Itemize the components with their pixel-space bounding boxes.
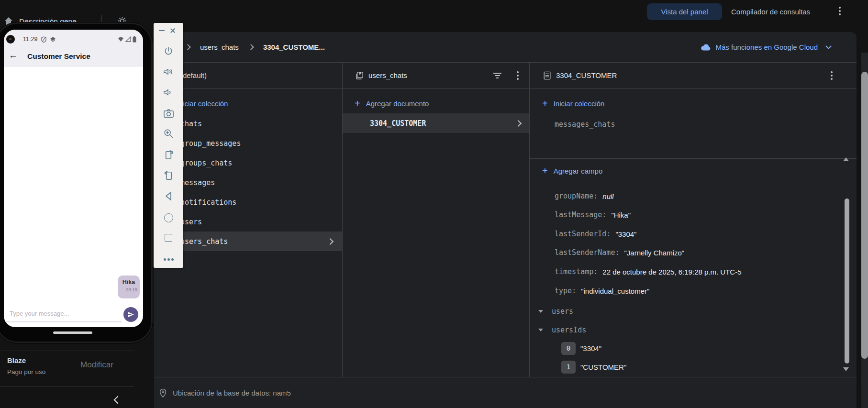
google-cloud-link[interactable]: Más funciones en Google Cloud	[701, 32, 831, 62]
status-layers-icon	[50, 36, 56, 43]
field-row-lastMessage[interactable]: lastMessage: "Hika"	[530, 207, 857, 222]
status-wifi-icon	[118, 36, 124, 42]
expand-arrow-icon[interactable]	[538, 310, 543, 313]
field-row-lastSenderId[interactable]: lastSenderId: "3304"	[530, 226, 857, 242]
chat-app-title: Customer Service	[27, 52, 90, 61]
back-arrow-icon[interactable]: ←	[9, 50, 18, 61]
page-scrollbar-thumb[interactable]	[861, 72, 868, 359]
field-value: 22 de octubre de 2025, 6:19:28 p.m. UTC-…	[602, 268, 741, 276]
scroll-up-arrow-icon[interactable]	[843, 157, 849, 161]
cloud-icon	[701, 44, 711, 51]
filter-icon[interactable]	[493, 73, 501, 78]
add-field-label: Agregar campo	[554, 167, 603, 175]
status-shield-icon	[41, 36, 46, 43]
subcollection-row[interactable]: messages_chats	[530, 116, 857, 133]
chevron-down-icon	[825, 43, 832, 49]
google-cloud-label: Más funciones en Google Cloud	[716, 43, 818, 51]
collection-column-header: users_chats	[343, 62, 529, 89]
divider	[0, 351, 134, 351]
phone-screen: 11:29 ←	[4, 30, 143, 327]
collection-title: users_chats	[368, 71, 407, 79]
message-text: Hika	[118, 279, 140, 286]
send-button[interactable]	[123, 307, 138, 322]
chevron-right-icon	[185, 44, 191, 50]
emulator-toolbar	[154, 23, 183, 268]
tab-vista-del-panel[interactable]: Vista del panel	[647, 3, 722, 20]
power-icon[interactable]	[163, 45, 174, 57]
back-navigation-icon[interactable]	[163, 190, 174, 202]
document-kebab-menu-icon[interactable]	[829, 69, 835, 82]
tab-compilador-consultas[interactable]: Compilador de consultas	[731, 3, 810, 20]
send-icon	[127, 311, 134, 318]
expand-arrow-icon[interactable]	[538, 329, 543, 331]
field-key: lastMessage	[555, 210, 602, 219]
phone-app-header: 11:29 ←	[4, 30, 143, 67]
map-row-usersIds[interactable]: usersIds	[530, 322, 857, 338]
field-row-groupName[interactable]: groupName: null	[530, 188, 857, 204]
breadcrumb-document[interactable]: 3304_CUSTOME...	[263, 43, 325, 51]
document-column: 3304_CUSTOMER + Iniciar colección messag…	[530, 62, 857, 377]
modify-plan-button[interactable]: Modificar	[80, 360, 113, 370]
phone-camera-punch-hole	[6, 35, 15, 44]
volume-up-icon[interactable]	[163, 66, 174, 77]
more-options-icon[interactable]	[163, 254, 174, 265]
message-input[interactable]: Type your message...	[10, 310, 69, 317]
chat-message-bubble: Hika 23:19	[118, 276, 140, 298]
fields-scrollbar-thumb[interactable]	[845, 198, 849, 364]
field-value: "Hika"	[611, 211, 631, 219]
close-button[interactable]	[170, 28, 176, 33]
array-item-row-0[interactable]: 0 "3304"	[530, 341, 857, 356]
doc-start-collection-label: Iniciar colección	[554, 99, 605, 108]
field-key: lastSenderName	[555, 248, 615, 257]
divider	[530, 158, 857, 159]
topbar-kebab-menu-icon[interactable]	[837, 5, 843, 17]
chevron-right-icon	[248, 44, 254, 50]
field-key: type	[555, 287, 572, 295]
field-row-timestamp[interactable]: timestamp: 22 de octubre de 2025, 6:19:2…	[530, 264, 857, 279]
add-icon: +	[355, 99, 360, 108]
tab-label: Vista del panel	[661, 8, 708, 16]
plan-type: Pago por uso	[7, 368, 45, 375]
doc-start-collection-link[interactable]: + Iniciar colección	[530, 94, 857, 112]
status-battery-icon	[133, 36, 136, 43]
array-item-row-1[interactable]: 1 "CUSTOMER"	[530, 359, 857, 375]
array-index-badge: 0	[561, 342, 576, 355]
add-icon: +	[542, 99, 548, 108]
sidebar-collapse-chevron[interactable]	[114, 396, 122, 404]
map-row-users[interactable]: users	[530, 304, 857, 319]
add-field-link[interactable]: + Agregar campo	[530, 162, 857, 180]
field-value: "3304"	[615, 230, 636, 238]
map-key: usersIds	[552, 326, 586, 334]
home-navigation-icon[interactable]	[163, 212, 174, 223]
rotate-left-icon[interactable]	[163, 148, 174, 160]
breadcrumb: users_chats 3304_CUSTOME... Más funcione…	[154, 32, 857, 63]
collection-column: users_chats + Agregar documento 3304_CUS…	[343, 62, 530, 377]
start-collection-label: Iniciar colección	[177, 99, 228, 108]
rotate-right-icon[interactable]	[163, 169, 174, 180]
field-row-lastSenderName[interactable]: lastSenderName: "Jarnelly Chamizo"	[530, 245, 857, 260]
collection-kebab-menu-icon[interactable]	[515, 69, 521, 82]
screenshot-camera-icon[interactable]	[163, 107, 174, 119]
screen-root: Vista del panel Compilador de consultas …	[0, 0, 868, 408]
chevron-right-icon	[515, 120, 522, 126]
document-row-selected[interactable]: 3304_CUSTOMER	[343, 113, 529, 133]
minimize-button[interactable]	[159, 30, 165, 31]
map-key: users	[552, 307, 573, 316]
field-value: "Jarnelly Chamizo"	[624, 249, 684, 257]
array-value: "CUSTOMER"	[580, 363, 626, 371]
input-underline	[5, 321, 122, 322]
add-document-link[interactable]: + Agregar documento	[343, 94, 529, 112]
gesture-navigation-bar[interactable]	[53, 331, 92, 334]
volume-down-icon[interactable]	[163, 87, 174, 98]
breadcrumb-collection[interactable]: users_chats	[200, 43, 239, 51]
field-key: groupName	[555, 192, 593, 200]
status-bar-time: 11:29	[23, 36, 37, 43]
field-value: "individual_customer"	[581, 287, 649, 295]
overview-navigation-icon[interactable]	[163, 232, 174, 243]
plan-name: Blaze	[7, 356, 26, 364]
android-emulator-phone: 11:29 ←	[0, 22, 153, 343]
scroll-down-arrow-icon[interactable]	[843, 367, 849, 371]
field-row-type[interactable]: type: "individual_customer"	[530, 283, 857, 298]
array-value: "3304"	[580, 344, 601, 353]
zoom-icon[interactable]	[163, 128, 174, 139]
